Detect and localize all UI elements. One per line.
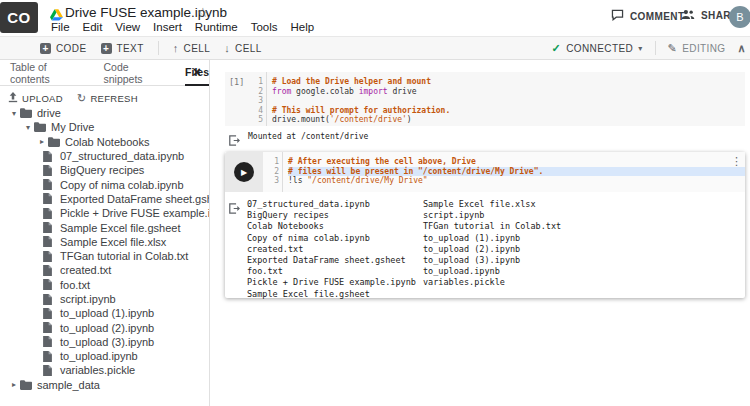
check-icon: ✓ (552, 42, 562, 55)
cell-up-button[interactable]: ↑ CELL (173, 42, 211, 54)
line-numbers: 12345 (249, 72, 263, 125)
output-column-2: Sample Excel file.xlsxscript.ipynbTFGan … (423, 199, 561, 289)
line-number: 2 (249, 87, 263, 97)
tree-item[interactable]: ▾My Drive (0, 120, 209, 134)
colab-logo[interactable]: CO (0, 2, 38, 33)
cell-menu-icon[interactable]: ⋮ (731, 156, 742, 167)
file-icon (43, 265, 55, 276)
line-number: 5 (249, 115, 263, 125)
code-line[interactable]: from google.colab import drive (272, 87, 745, 97)
tree-item-label: TFGan tutorial in Colab.txt (60, 250, 188, 262)
code-line[interactable]: # Load the Drive helper and mount (272, 77, 745, 87)
code-line[interactable]: # After executing the cell above, Drive (288, 157, 745, 167)
file-icon (43, 336, 55, 347)
tree-item[interactable]: Sample Excel file.gsheet (0, 220, 209, 234)
output-line: foo.txt (247, 266, 416, 277)
tree-item-label: created.txt (60, 264, 111, 276)
line-number: 3 (265, 176, 279, 186)
cell-output-2: 07_structured_data.ipynbBigQuery recipes… (225, 192, 745, 298)
run-cell-button[interactable]: ▶ (234, 162, 254, 182)
tree-item[interactable]: to_upload (2).ipynb (0, 320, 209, 334)
toolbar-separator (158, 41, 159, 55)
close-icon[interactable]: × (193, 64, 201, 80)
tree-item[interactable]: Exported DataFrame sheet.gsheet (0, 192, 209, 206)
tree-item-label: to_upload (3).ipynb (60, 336, 154, 348)
upload-button[interactable]: UPLOAD (8, 92, 63, 105)
tree-item[interactable]: to_upload.ipynb (0, 349, 209, 363)
notebook-content: [1] 12345 # Load the Drive helper and mo… (210, 60, 750, 406)
code-editor[interactable]: # After executing the cell above, Drive#… (282, 152, 745, 192)
cell-down-button[interactable]: ↓ CELL (224, 42, 262, 54)
tree-item-label: to_upload (2).ipynb (60, 322, 154, 334)
tree-item[interactable]: BigQuery recipes (0, 163, 209, 177)
refresh-button[interactable]: ↻ REFRESH (77, 92, 138, 105)
code-line[interactable] (272, 96, 745, 106)
code-line[interactable]: drive.mount('/content/drive') (272, 115, 745, 125)
tree-item[interactable]: script.ipynb (0, 292, 209, 306)
menu-file[interactable]: File (51, 21, 70, 33)
tree-item[interactable]: 07_structured_data.ipynb (0, 149, 209, 163)
tree-item[interactable]: Pickle + Drive FUSE example.ipynb (0, 206, 209, 220)
line-number: 4 (249, 106, 263, 116)
avatar[interactable]: B (729, 6, 750, 28)
collapse-arrow-icon[interactable]: ▾ (8, 109, 20, 118)
comment-button[interactable]: COMMENT (611, 9, 684, 23)
output-line: to_upload (1).ipynb (423, 233, 561, 244)
menu-insert[interactable]: Insert (153, 21, 182, 33)
tree-item[interactable]: ▸Colab Notebooks (0, 135, 209, 149)
tree-item[interactable]: ▾drive (0, 106, 209, 120)
expand-arrow-icon[interactable]: ▸ (36, 137, 48, 146)
cell-output-1: Mounted at /content/drive (225, 130, 745, 146)
tree-item-label: to_upload (1).ipynb (60, 307, 154, 319)
code-editor[interactable]: # Load the Drive helper and mountfrom go… (266, 72, 745, 126)
menu-runtime[interactable]: Runtime (195, 21, 238, 33)
people-icon (681, 9, 695, 22)
output-line: Pickle + Drive FUSE example.ipynb (247, 277, 416, 288)
output-line: to_upload.ipynb (423, 266, 561, 277)
menu-edit[interactable]: Edit (83, 21, 103, 33)
expand-arrow-icon[interactable]: ▸ (8, 380, 20, 389)
tree-item[interactable]: variables.pickle (0, 363, 209, 377)
menu-view[interactable]: View (115, 21, 140, 33)
tree-item[interactable]: created.txt (0, 263, 209, 277)
tab-table-of-contents[interactable]: Table of contents (10, 60, 88, 86)
tree-item[interactable]: Sample Excel file.xlsx (0, 235, 209, 249)
tree-item[interactable]: to_upload (1).ipynb (0, 306, 209, 320)
file-icon (43, 351, 55, 362)
pencil-icon: ✎ (668, 42, 678, 55)
file-icon (43, 222, 55, 233)
editing-label: EDITING (682, 43, 725, 54)
code-cell-1[interactable]: [1] 12345 # Load the Drive helper and mo… (225, 72, 745, 126)
code-line[interactable]: !ls "/content/drive/My Drive" (288, 176, 745, 186)
add-text-button[interactable]: + TEXT (101, 43, 144, 54)
refresh-label: REFRESH (90, 93, 138, 104)
code-line[interactable]: # files will be present in "/content/dri… (288, 167, 745, 177)
file-icon (43, 193, 55, 204)
play-icon: ▶ (241, 168, 247, 177)
tree-item[interactable]: foo.txt (0, 278, 209, 292)
menu-help[interactable]: Help (291, 21, 315, 33)
tree-item[interactable]: TFGan tutorial in Colab.txt (0, 249, 209, 263)
tab-code-snippets[interactable]: Code snippets (104, 60, 170, 86)
add-code-button[interactable]: + CODE (40, 43, 87, 54)
tree-item-label: drive (37, 107, 61, 119)
file-tree: ▾drive▾My Drive▸Colab Notebooks07_struct… (0, 106, 209, 406)
collapse-arrow-icon[interactable]: ▾ (22, 123, 34, 132)
tree-item-label: Pickle + Drive FUSE example.ipynb (60, 207, 209, 219)
menu-tools[interactable]: Tools (251, 21, 278, 33)
collapse-header-icon[interactable]: ∧ (738, 42, 746, 55)
tree-item[interactable]: ▸sample_data (0, 378, 209, 392)
file-icon (43, 279, 55, 290)
code-cell-2[interactable]: ▶ 123 # After executing the cell above, … (225, 152, 745, 298)
tree-item[interactable]: to_upload (3).ipynb (0, 335, 209, 349)
tree-item[interactable]: Copy of nima colab.ipynb (0, 177, 209, 191)
code-line[interactable]: # This will prompt for authorization. (272, 106, 745, 116)
cell-up-label: CELL (184, 43, 211, 54)
file-icon (43, 251, 55, 262)
star-icon[interactable]: ☆ (197, 5, 209, 20)
connected-button[interactable]: ✓ CONNECTED ▾ (552, 42, 643, 55)
file-icon (43, 179, 55, 190)
editing-mode-button[interactable]: ✎ EDITING (668, 42, 726, 55)
output-line: Colab Notebooks (247, 221, 416, 232)
line-numbers: 123 (265, 152, 279, 186)
